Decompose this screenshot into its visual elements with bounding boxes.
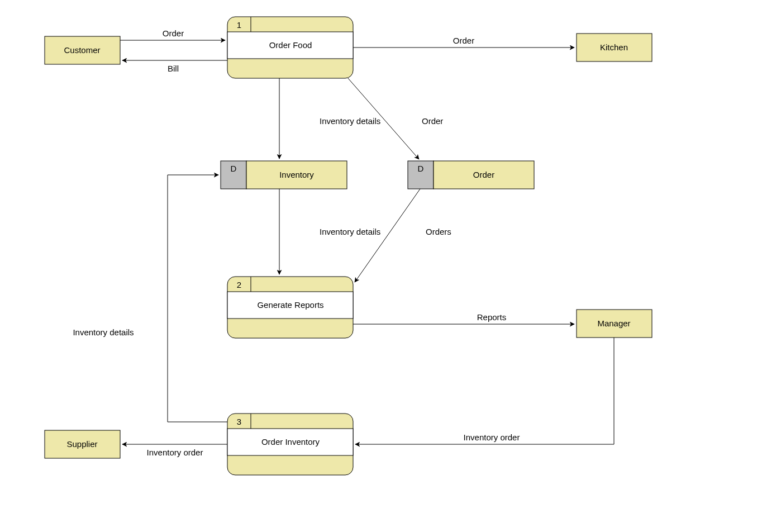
flow-p1-to-inventory: Inventory details (279, 78, 380, 159)
flow-p1-to-order-ds-label: Order (422, 116, 443, 126)
flow-p2-to-manager: Reports (353, 312, 574, 324)
flow-p1-to-customer: Bill (122, 60, 227, 73)
datastore-inventory[interactable]: D Inventory (221, 161, 347, 189)
flow-customer-to-p1: Order (120, 28, 225, 40)
flow-p2-to-manager-label: Reports (477, 312, 507, 322)
flow-inventory-to-p2: Inventory details (279, 189, 380, 274)
entity-manager-label: Manager (597, 319, 630, 328)
entity-kitchen-label: Kitchen (600, 42, 628, 52)
flow-p3-to-supplier: Inventory order (122, 444, 227, 457)
entity-manager[interactable]: Manager (577, 310, 652, 338)
flow-p1-to-kitchen-label: Order (453, 36, 474, 45)
process-2-number: 2 (237, 280, 241, 289)
flow-manager-to-p3: Inventory order (355, 338, 614, 444)
datastore-order-title: Order (473, 170, 494, 179)
datastore-order[interactable]: D Order (408, 161, 534, 189)
flow-p3-to-supplier-label: Inventory order (147, 448, 203, 457)
entity-kitchen[interactable]: Kitchen (577, 34, 652, 61)
datastore-order-tag: D (418, 164, 424, 173)
flow-customer-to-p1-label: Order (163, 28, 184, 38)
entity-supplier[interactable]: Supplier (45, 430, 120, 458)
flow-order-ds-to-p2-label: Orders (426, 227, 451, 236)
entity-customer[interactable]: Customer (45, 36, 120, 64)
datastore-inventory-tag: D (231, 164, 237, 173)
flow-p1-to-customer-label: Bill (168, 64, 179, 73)
entity-supplier-label: Supplier (66, 439, 97, 449)
flow-manager-to-p3-label: Inventory order (464, 433, 520, 442)
process-1-title: Order Food (269, 40, 312, 50)
flow-inventory-to-p2-label: Inventory details (320, 227, 380, 236)
flow-p1-to-kitchen: Order (353, 36, 574, 48)
flow-p3-to-inventory-label: Inventory details (73, 327, 134, 337)
flow-p1-to-inventory-label: Inventory details (320, 116, 380, 126)
entity-customer-label: Customer (64, 45, 100, 55)
process-2-title: Generate Reports (257, 300, 323, 310)
process-3-number: 3 (237, 417, 241, 426)
process-3-order-inventory[interactable]: 3 Order Inventory (227, 414, 353, 475)
process-3-title: Order Inventory (261, 437, 320, 446)
process-1-number: 1 (237, 20, 241, 30)
process-1-order-food[interactable]: 1 Order Food (227, 17, 353, 78)
dfd-canvas: Customer Kitchen Manager Supplier 1 Orde… (0, 0, 762, 532)
flow-p3-to-inventory: Inventory details (73, 175, 227, 422)
process-2-generate-reports[interactable]: 2 Generate Reports (227, 277, 353, 338)
datastore-inventory-title: Inventory (279, 170, 314, 179)
